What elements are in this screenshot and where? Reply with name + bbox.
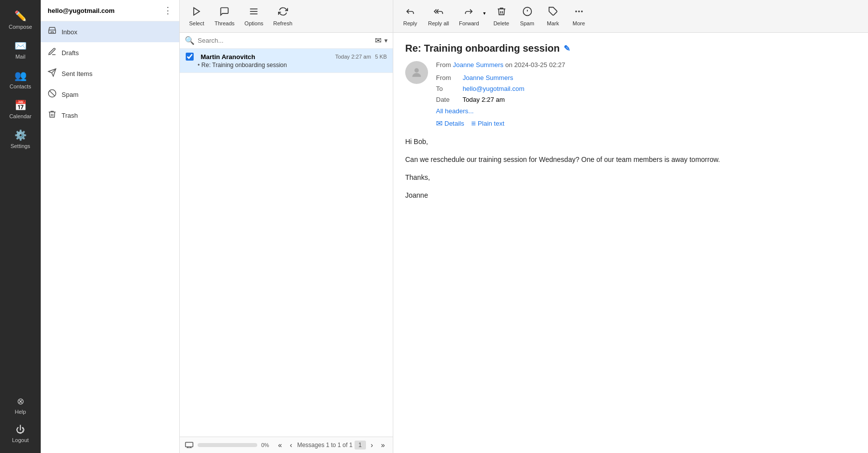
- sidebar-item-help[interactable]: ⊗ Help: [0, 391, 41, 420]
- details-link[interactable]: ✉ Details: [436, 119, 464, 128]
- compose-icon: ✏️: [14, 10, 27, 22]
- folder-label-sent: Sent Items: [62, 70, 92, 77]
- search-bar: 🔍 ✉ ▾: [180, 33, 393, 49]
- folder-label-spam: Spam: [62, 91, 78, 98]
- email-meta-info: From Joanne Summers on 2024-03-25 02:27 …: [436, 61, 856, 128]
- forward-dropdown-icon[interactable]: ▾: [481, 9, 488, 23]
- sender-avatar: [405, 61, 428, 84]
- from-name-link[interactable]: Joanne Summers: [453, 61, 504, 69]
- email-body: Hi Bob, Can we reschedule our training s…: [405, 136, 856, 201]
- delete-button[interactable]: Delete: [490, 3, 513, 29]
- all-headers-link[interactable]: All headers...: [436, 107, 856, 115]
- folder-menu-button[interactable]: ⋮: [163, 5, 172, 16]
- message-sender: Martin Aranovitch: [201, 53, 255, 61]
- reply-all-button[interactable]: Reply all: [424, 3, 453, 29]
- sidebar-label-mail: Mail: [15, 54, 25, 60]
- forward-icon: [463, 6, 474, 19]
- folder-item-inbox[interactable]: Inbox: [41, 21, 179, 42]
- email-subject-title: Re: Training onboarding session ✎: [405, 43, 856, 54]
- options-icon: [249, 6, 259, 19]
- filter-icon[interactable]: ✉: [375, 36, 381, 45]
- message-size: 5 KB: [375, 54, 387, 60]
- mail-icon: ✉️: [14, 40, 27, 52]
- message-row[interactable]: Martin Aranovitch Today 2:27 am 5 KB • R…: [180, 49, 393, 73]
- edit-icon[interactable]: ✎: [564, 44, 570, 53]
- detail-links: ✉ Details ≡ Plain text: [436, 119, 856, 128]
- mark-icon: [548, 6, 558, 19]
- folder-item-spam[interactable]: Spam: [41, 84, 179, 105]
- last-page-button[interactable]: »: [378, 440, 388, 450]
- message-list: Martin Aranovitch Today 2:27 am 5 KB • R…: [180, 49, 393, 437]
- sidebar-item-compose[interactable]: ✏️ Compose: [0, 5, 41, 35]
- folder-list: Inbox Drafts Sent Items Spam Trash: [41, 21, 179, 453]
- email-content: Re: Training onboarding session ✎ From J…: [393, 33, 868, 453]
- svg-line-3: [50, 91, 55, 96]
- storage-bar: 0%: [185, 441, 269, 449]
- sidebar-item-logout[interactable]: ⏻ Logout: [0, 420, 41, 448]
- help-icon: ⊗: [17, 396, 24, 407]
- search-dropdown-icon[interactable]: ▾: [384, 37, 388, 44]
- email-toolbar: Reply Reply all Forward ▾ Delete: [393, 0, 868, 33]
- sidebar-label-calendar: Calendar: [9, 113, 32, 119]
- storage-percent: 0%: [261, 442, 269, 448]
- message-date: Today 2:27 am: [335, 54, 371, 60]
- message-subject: • Re: Training onboarding session: [186, 61, 387, 69]
- reply-button[interactable]: Reply: [398, 3, 422, 29]
- sidebar-item-mail[interactable]: ✉️ Mail: [0, 35, 41, 65]
- reply-all-icon: [433, 6, 444, 19]
- to-email-link[interactable]: hello@yugotmail.com: [463, 85, 524, 92]
- body-line-2: Can we reschedule our training session f…: [405, 154, 856, 166]
- trash-icon: [48, 110, 57, 121]
- spam-action-icon: [522, 6, 532, 19]
- from-email-link[interactable]: Joanne Summers: [463, 74, 513, 81]
- date-value: Today 2:27 am: [462, 96, 505, 103]
- folder-item-drafts[interactable]: Drafts: [41, 42, 179, 63]
- prev-page-button[interactable]: ‹: [287, 440, 295, 450]
- contacts-icon: 👥: [14, 70, 27, 81]
- sidebar-item-contacts[interactable]: 👥 Contacts: [0, 65, 41, 94]
- date-row: Date Today 2:27 am: [436, 94, 856, 105]
- sidebar-label-compose: Compose: [8, 24, 32, 30]
- svg-point-16: [576, 11, 577, 12]
- folder-item-sent[interactable]: Sent Items: [41, 63, 179, 84]
- options-button[interactable]: Options: [240, 3, 267, 29]
- forward-button-wrap: Forward ▾: [455, 3, 487, 29]
- refresh-button[interactable]: Refresh: [269, 3, 296, 29]
- body-line-1: Hi Bob,: [405, 136, 856, 148]
- calendar-icon: 📅: [14, 99, 27, 111]
- to-row: To hello@yugotmail.com: [436, 83, 856, 94]
- sidebar-item-calendar[interactable]: 📅 Calendar: [0, 94, 41, 124]
- svg-point-19: [415, 68, 419, 73]
- from-row: From Joanne Summers: [436, 73, 856, 83]
- refresh-icon: [278, 6, 288, 19]
- message-panel: Select Threads Options Refresh 🔍 ✉ ▾: [180, 0, 393, 453]
- settings-icon: ⚙️: [14, 129, 27, 141]
- spam-button[interactable]: Spam: [515, 3, 539, 29]
- drafts-icon: [48, 47, 57, 58]
- mark-button[interactable]: Mark: [541, 3, 565, 29]
- select-button[interactable]: Select: [185, 3, 209, 29]
- account-email: hello@yugotmail.com: [48, 7, 115, 14]
- email-timestamp: 2024-03-25 02:27: [514, 61, 566, 69]
- email-from-line: From Joanne Summers on 2024-03-25 02:27: [436, 61, 856, 69]
- more-button[interactable]: More: [567, 3, 591, 29]
- more-icon: [574, 6, 584, 19]
- folder-item-trash[interactable]: Trash: [41, 105, 179, 126]
- storage-progress-track: [198, 443, 257, 447]
- next-page-button[interactable]: ›: [368, 440, 376, 450]
- threads-button[interactable]: Threads: [211, 3, 238, 29]
- sidebar-item-settings[interactable]: ⚙️ Settings: [0, 124, 41, 154]
- first-page-button[interactable]: «: [275, 440, 285, 450]
- folder-label-inbox: Inbox: [62, 28, 77, 36]
- email-view: Reply Reply all Forward ▾ Delete: [393, 0, 868, 453]
- message-checkbox[interactable]: [186, 53, 194, 61]
- sidebar-label-help: Help: [15, 409, 26, 415]
- from-value: Joanne Summers: [463, 74, 513, 81]
- search-input[interactable]: [198, 37, 372, 44]
- select-icon: [192, 6, 202, 19]
- to-value: hello@yugotmail.com: [463, 85, 524, 92]
- folder-label-trash: Trash: [62, 112, 78, 119]
- plain-text-link[interactable]: ≡ Plain text: [471, 119, 505, 128]
- forward-button[interactable]: Forward: [455, 3, 480, 29]
- reply-icon: [405, 6, 416, 19]
